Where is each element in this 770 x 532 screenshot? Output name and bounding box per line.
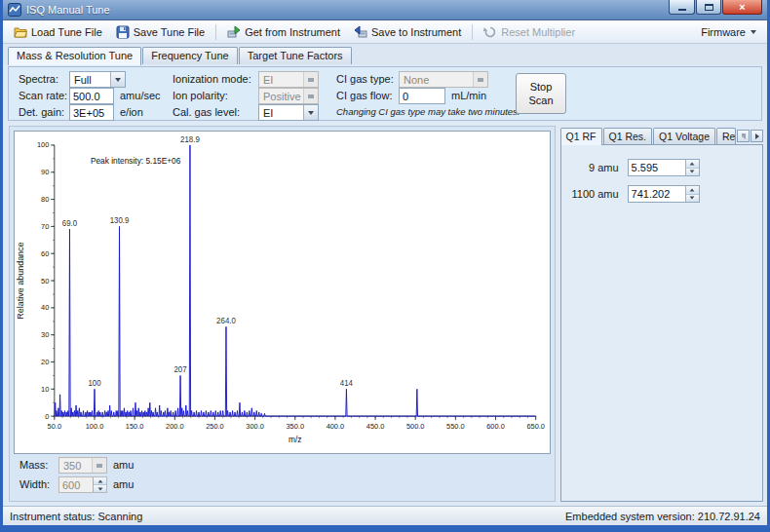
get-from-instrument-label: Get from Instrument: [245, 26, 340, 38]
ci-gas-flow-input[interactable]: [399, 88, 445, 104]
width-unit: amu: [113, 476, 134, 492]
main-tabstrip: Mass & Resolution Tune Frequency Tune Ta…: [3, 44, 767, 64]
svg-text:218.9: 218.9: [180, 135, 200, 144]
q1rf-1100amu-input[interactable]: [629, 186, 685, 202]
cal-gas-level-select[interactable]: EI: [258, 104, 319, 121]
maximize-button[interactable]: [696, 0, 721, 15]
minimize-icon: [678, 9, 686, 11]
save-tune-file-label: Save Tune File: [134, 26, 205, 38]
spectra-label: Spectra:: [19, 71, 58, 87]
width-spinner[interactable]: [58, 476, 107, 493]
svg-text:80: 80: [41, 195, 49, 204]
svg-text:0: 0: [45, 411, 49, 420]
tab-q1-res[interactable]: Q1 Res.: [603, 128, 653, 144]
scan-rate-input[interactable]: [69, 88, 114, 104]
scan-rate-unit: amu/sec: [120, 88, 161, 103]
cal-gas-dropdown-icon[interactable]: [303, 105, 318, 120]
svg-text:350.0: 350.0: [286, 422, 304, 431]
svg-text:600.0: 600.0: [486, 422, 505, 431]
minimize-button[interactable]: [669, 0, 695, 15]
chevron-down-icon: [751, 30, 756, 34]
instrument-status-text: Instrument status: Scanning: [10, 511, 142, 522]
status-bar: Instrument status: Scanning Embedded sys…: [3, 506, 767, 525]
svg-text:130.9: 130.9: [110, 216, 130, 225]
svg-text:207: 207: [173, 365, 187, 374]
toolbar-separator: [215, 24, 216, 40]
reset-multiplier-button[interactable]: Reset Multiplier: [477, 22, 582, 42]
svg-text:100: 100: [37, 140, 49, 149]
tab-scroll-right-button[interactable]: [751, 130, 763, 142]
tab-frequency-tune[interactable]: Frequency Tune: [142, 47, 238, 64]
q1-tuning-panel: Q1 RF Q1 Res. Q1 Voltage Re 9 amu: [560, 126, 763, 502]
polarity-dropdown-icon: [303, 89, 318, 103]
svg-text:500.0: 500.0: [406, 422, 425, 431]
q1rf-9amu-arrows[interactable]: [685, 160, 699, 175]
svg-text:100: 100: [88, 379, 101, 388]
ion-polarity-value: Positive: [259, 91, 303, 102]
tab-mass-resolution-tune[interactable]: Mass & Resolution Tune: [8, 47, 141, 65]
open-folder-icon: [14, 25, 27, 39]
width-spin-down-icon[interactable]: [94, 485, 106, 492]
ci-gas-type-select[interactable]: None: [399, 71, 488, 88]
svg-text:300.0: 300.0: [246, 422, 264, 431]
ion-polarity-label: Ion polarity:: [173, 88, 228, 103]
spin-up-icon[interactable]: [686, 186, 699, 195]
spin-up-icon[interactable]: [686, 160, 699, 169]
mass-select[interactable]: 350: [58, 457, 107, 474]
ci-gas-flow-unit: mL/min: [451, 88, 486, 103]
load-tune-file-label: Load Tune File: [31, 26, 102, 38]
load-tune-file-button[interactable]: Load Tune File: [7, 22, 109, 42]
tab-scroll-left-button[interactable]: [737, 130, 750, 142]
svg-text:450.0: 450.0: [366, 422, 385, 431]
floppy-disk-icon: [116, 25, 130, 39]
titlebar[interactable]: ISQ Manual Tune ×: [3, 0, 767, 20]
q1-tabstrip: Q1 RF Q1 Res. Q1 Voltage Re: [560, 126, 763, 144]
width-input[interactable]: [59, 477, 93, 492]
tab-target-tune-factors[interactable]: Target Tune Factors: [239, 47, 352, 64]
download-from-instrument-icon: [227, 25, 241, 39]
svg-text:Peak intensity: 5.15E+06: Peak intensity: 5.15E+06: [91, 156, 181, 166]
ci-gas-type-value: None: [400, 74, 473, 86]
q1rf-1100amu-label: 1100 amu: [567, 188, 628, 200]
width-spinner-arrows[interactable]: [93, 477, 106, 492]
save-tune-file-button[interactable]: Save Tune File: [109, 22, 212, 42]
ion-polarity-select[interactable]: Positive: [258, 88, 319, 104]
stop-scan-button[interactable]: Stop Scan: [516, 73, 566, 114]
q1rf-row-1100amu: 1100 amu: [567, 185, 756, 203]
tab-scroll-buttons: [737, 130, 763, 144]
svg-text:30: 30: [41, 330, 49, 339]
save-to-instrument-label: Save to Instrument: [371, 26, 461, 38]
firmware-menu-button[interactable]: Firmware: [694, 23, 763, 41]
spin-down-icon[interactable]: [686, 195, 699, 203]
q1rf-1100amu-arrows[interactable]: [685, 186, 699, 202]
svg-text:550.0: 550.0: [446, 422, 465, 431]
det-gain-input[interactable]: [69, 104, 114, 121]
tab-q1-more[interactable]: Re: [716, 128, 736, 144]
get-from-instrument-button[interactable]: Get from Instrument: [220, 22, 347, 42]
width-spin-up-icon[interactable]: [94, 477, 106, 485]
save-to-instrument-button[interactable]: Save to Instrument: [347, 22, 468, 42]
spectrum-panel: 50.0100.0150.0200.0250.0300.0350.0400.04…: [9, 126, 556, 502]
q1rf-1100amu-spinner[interactable]: [628, 185, 700, 203]
det-gain-unit: e/ion: [120, 104, 143, 120]
width-label: Width:: [19, 476, 50, 492]
spin-down-icon[interactable]: [686, 169, 699, 176]
mass-dropdown-icon: [92, 458, 106, 473]
scan-control-panel: Spectra: Full Scan rate: amu/sec Det. ga…: [8, 66, 762, 121]
ci-gas-note: Changing CI gas type may take two minute…: [336, 106, 520, 117]
spectra-select[interactable]: Full: [69, 71, 126, 88]
spectra-value: Full: [70, 74, 110, 86]
main-content: 50.0100.0150.0200.0250.0300.0350.0400.04…: [3, 124, 767, 506]
spectra-dropdown-icon[interactable]: [110, 72, 125, 87]
svg-text:10: 10: [41, 385, 49, 394]
svg-text:m/z: m/z: [289, 435, 301, 444]
svg-text:414: 414: [340, 379, 354, 388]
q1rf-9amu-input[interactable]: [629, 160, 685, 175]
ionization-mode-select[interactable]: EI: [258, 71, 319, 88]
close-button[interactable]: ×: [722, 0, 762, 15]
tab-q1-rf[interactable]: Q1 RF: [560, 128, 602, 145]
q1rf-9amu-spinner[interactable]: [628, 159, 700, 176]
tab-q1-voltage[interactable]: Q1 Voltage: [653, 128, 715, 144]
app-icon: [8, 3, 21, 17]
cal-gas-level-label: Cal. gas level:: [173, 104, 240, 120]
